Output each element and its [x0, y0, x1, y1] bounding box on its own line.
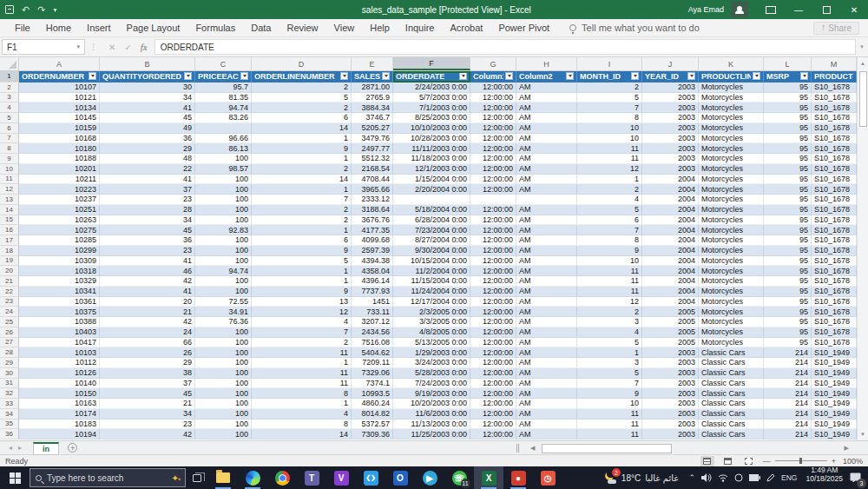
cell-K20[interactable]: Motorcycles	[699, 266, 764, 276]
cell-C16[interactable]: 92.83	[195, 225, 252, 235]
whatsapp-button[interactable]: ☏11	[444, 466, 474, 489]
cell-D24[interactable]: 12	[252, 307, 352, 317]
cell-H15[interactable]: AM	[516, 215, 577, 226]
cell-I9[interactable]: 11	[577, 154, 642, 164]
cell-B34[interactable]: 34	[100, 409, 195, 420]
outlook-button[interactable]: O	[385, 466, 415, 489]
cell-D29[interactable]: 1	[252, 358, 352, 368]
restore-button[interactable]	[812, 0, 840, 19]
cell-I5[interactable]: 8	[577, 113, 642, 123]
cell-C2[interactable]: 95.7	[195, 83, 252, 93]
cell-L12[interactable]: 95	[764, 184, 812, 195]
cell-H34[interactable]: AM	[516, 409, 577, 420]
cell-K11[interactable]: Motorcycles	[699, 175, 764, 185]
cell-E7[interactable]: 3479.76	[352, 134, 393, 144]
new-sheet-button[interactable]: +	[68, 443, 77, 453]
cell-H8[interactable]: AM	[516, 143, 577, 154]
cell-A31[interactable]: 10140	[19, 379, 100, 389]
cell-E4[interactable]: 3884.34	[352, 102, 393, 113]
header-cell-orderlinenumber[interactable]: ORDERLINENUMBER	[252, 71, 352, 83]
cell-A11[interactable]: 10211	[19, 175, 100, 185]
cell-K4[interactable]: Motorcycles	[699, 102, 764, 113]
cell-H4[interactable]: AM	[516, 102, 577, 113]
cell-L15[interactable]: 95	[764, 215, 812, 226]
cell-B36[interactable]: 42	[100, 429, 195, 439]
cell-K10[interactable]: Motorcycles	[699, 164, 764, 175]
zoom-in-button[interactable]: +	[832, 457, 836, 466]
cell-F28[interactable]: 1/29/2003 0:00	[393, 347, 470, 358]
cell-G16[interactable]: 12:00:00	[470, 225, 516, 235]
cell-F14[interactable]: 5/18/2004 0:00	[393, 205, 470, 215]
cell-C26[interactable]: 100	[195, 327, 252, 338]
column-header-D[interactable]: D	[252, 57, 352, 70]
cell-J20[interactable]: 2004	[642, 266, 699, 276]
cell-F24[interactable]: 2/3/2005 0:00	[393, 307, 470, 317]
cell-K21[interactable]: Motorcycles	[699, 276, 764, 287]
cell-L6[interactable]: 95	[764, 123, 812, 134]
cell-C3[interactable]: 81.35	[195, 93, 252, 103]
cell-B22[interactable]: 41	[100, 287, 195, 297]
cell-L9[interactable]: 95	[764, 154, 812, 164]
cell-J18[interactable]: 2004	[642, 246, 699, 256]
cell-B11[interactable]: 41	[100, 175, 195, 185]
cell-F8[interactable]: 11/11/2003 0:00	[393, 143, 470, 154]
cell-C33[interactable]: 100	[195, 399, 252, 409]
visual-studio-button[interactable]: V	[326, 466, 356, 489]
cell-B3[interactable]: 34	[100, 93, 195, 103]
cell-L4[interactable]: 95	[764, 102, 812, 113]
cell-M16[interactable]: S10_1678	[812, 225, 857, 235]
cell-M26[interactable]: S10_1678	[812, 327, 857, 338]
cell-C17[interactable]: 100	[195, 235, 252, 246]
cell-K35[interactable]: Classic Cars	[699, 420, 764, 430]
cell-K34[interactable]: Classic Cars	[699, 409, 764, 420]
cell-K7[interactable]: Motorcycles	[699, 134, 764, 144]
cell-A26[interactable]: 10403	[19, 327, 100, 338]
excel-button[interactable]: X	[474, 466, 503, 489]
cell-E33[interactable]: 4860.24	[352, 399, 393, 409]
formula-input[interactable]: ORDERDATE	[155, 39, 856, 55]
cell-M27[interactable]: S10_1678	[812, 338, 857, 348]
cell-J23[interactable]: 2004	[642, 297, 699, 307]
cell-C18[interactable]: 100	[195, 246, 252, 256]
cell-E17[interactable]: 4099.68	[352, 235, 393, 246]
cell-G19[interactable]: 12:00:00	[470, 256, 516, 267]
cell-G5[interactable]: 12:00:00	[470, 113, 516, 123]
cell-C4[interactable]: 94.74	[195, 102, 252, 113]
cell-L11[interactable]: 95	[764, 175, 812, 185]
name-box[interactable]: F1▾	[2, 39, 85, 55]
cell-M35[interactable]: S10_1949	[812, 420, 857, 430]
cell-G20[interactable]: 12:00:00	[470, 266, 516, 276]
cell-B30[interactable]: 38	[100, 368, 195, 379]
header-cell-ordernumber[interactable]: ORDERNUMBER	[19, 71, 100, 83]
cell-H30[interactable]: AM	[516, 368, 577, 379]
save-icon[interactable]	[5, 5, 14, 14]
cell-A25[interactable]: 10388	[19, 317, 100, 327]
cell-I25[interactable]: 3	[577, 317, 642, 327]
column-header-F[interactable]: F	[393, 57, 470, 70]
cell-K6[interactable]: Motorcycles	[699, 123, 764, 134]
filter-dropdown-icon[interactable]	[459, 72, 467, 80]
cell-F2[interactable]: 2/24/2003 0:00	[393, 83, 470, 93]
cell-M3[interactable]: S10_1678	[812, 93, 857, 103]
cell-J36[interactable]: 2003	[642, 429, 699, 439]
cell-E16[interactable]: 4177.35	[352, 225, 393, 235]
cell-B9[interactable]: 48	[100, 154, 195, 164]
cell-B23[interactable]: 20	[100, 297, 195, 307]
cell-I27[interactable]: 5	[577, 338, 642, 348]
cell-I8[interactable]: 11	[577, 143, 642, 154]
header-cell-quantityordered[interactable]: QUANTITYORDERED	[100, 71, 195, 83]
row-number-23[interactable]: 23	[0, 297, 19, 307]
cell-B18[interactable]: 23	[100, 246, 195, 256]
filter-dropdown-icon[interactable]	[631, 72, 639, 80]
cell-L31[interactable]: 214	[764, 379, 812, 389]
cell-G24[interactable]: 12:00:00	[470, 307, 516, 317]
cell-G32[interactable]: 12:00:00	[470, 388, 516, 399]
cell-B29[interactable]: 29	[100, 358, 195, 368]
cell-B5[interactable]: 45	[100, 113, 195, 123]
telegram-button[interactable]: ▶	[415, 466, 444, 489]
cell-G9[interactable]: 12:00:00	[470, 154, 516, 164]
cell-K14[interactable]: Motorcycles	[699, 205, 764, 215]
teams-status-icon[interactable]	[734, 473, 743, 482]
cell-M23[interactable]: S10_1678	[812, 297, 857, 307]
cell-L27[interactable]: 95	[764, 338, 812, 348]
